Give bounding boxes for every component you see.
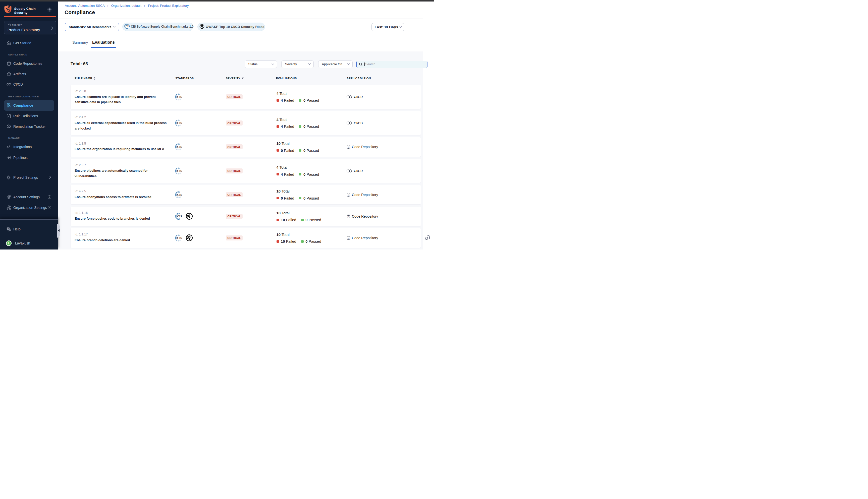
svg-text:CIS: CIS	[177, 193, 182, 196]
svg-text:CIS: CIS	[177, 169, 182, 172]
svg-text:CIS: CIS	[125, 25, 130, 28]
svg-text:CIS: CIS	[177, 121, 182, 124]
svg-text:</>: </>	[348, 216, 350, 217]
svg-text:</>: </>	[348, 238, 350, 239]
svg-text:?: ?	[8, 228, 9, 230]
svg-text:CIS: CIS	[177, 215, 182, 218]
svg-text:</>: </>	[8, 63, 10, 64]
svg-text:CIS: CIS	[177, 236, 182, 240]
svg-text:</>: </>	[348, 194, 350, 196]
svg-text:</>: </>	[348, 146, 350, 148]
svg-text:CIS: CIS	[177, 95, 182, 98]
svg-text:CIS: CIS	[177, 145, 182, 148]
